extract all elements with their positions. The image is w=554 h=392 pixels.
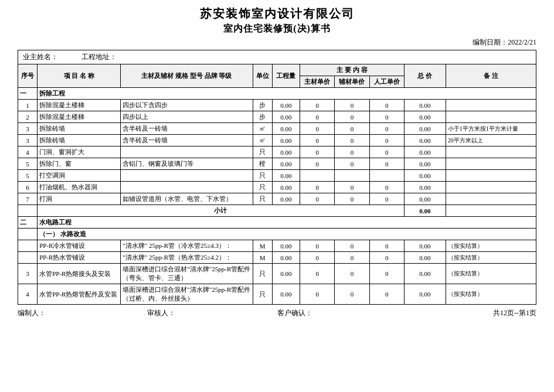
total: 0.00 <box>404 170 446 182</box>
table-row: 1 拆除混凝土楼梯 四步以下含四步 步 0.00 0 0 0 0.00 <box>18 100 536 111</box>
qty: 0.00 <box>272 123 300 135</box>
note: 小于1平方米按1平方米计量 <box>446 123 536 135</box>
qty: 0.00 <box>272 264 300 284</box>
aux-price: 0 <box>335 146 369 158</box>
address-label: 工程地址： <box>81 52 117 62</box>
aux-price: 0 <box>335 240 369 252</box>
labor-price: 0 <box>369 193 404 205</box>
th-main-material: 主材单价 <box>300 76 335 88</box>
material <box>121 146 253 158</box>
note: 20平方米以上 <box>446 135 536 146</box>
note: （按实结算） <box>446 264 536 284</box>
qty: 0.00 <box>272 182 300 193</box>
table-row: PP-R冷水管铺设 "清水牌" 25pp-R管（冷水管25≥4.3）： M 0.… <box>18 240 536 252</box>
item-name: 拆除砖墙 <box>38 135 121 146</box>
seq: 5 <box>18 170 38 182</box>
qty: 0.00 <box>272 240 300 252</box>
owner-label: 业主姓名： <box>23 52 58 62</box>
qty: 0.00 <box>272 135 300 146</box>
th-labor: 人工单价 <box>369 76 404 88</box>
th-item-name: 项 目 名 称 <box>38 64 121 88</box>
section-label-2: 二 <box>18 217 38 229</box>
main-price <box>300 170 335 182</box>
aux-price: 0 <box>335 135 369 146</box>
table-row: 4 水管PP-R热熔管配件及安装 墙面深槽进口综合混材"清水牌"25pp-R管配… <box>18 284 536 305</box>
total: 0.00 <box>404 158 446 170</box>
main-price: 0 <box>300 193 335 205</box>
labor-price: 0 <box>369 158 404 170</box>
table-row: PP-R热水管铺设 "清水牌" 25pp-R管（热水管25≥4.2）： M 0.… <box>18 252 536 264</box>
aux-price <box>335 170 369 182</box>
aux-price: 0 <box>335 193 369 205</box>
item-name: 门洞、窗洞扩大 <box>38 146 121 158</box>
note <box>446 100 536 111</box>
total: 0.00 <box>404 284 446 305</box>
subtotal-label: 小计 <box>38 205 405 217</box>
labor-price: 0 <box>369 100 404 111</box>
main-price: 0 <box>300 284 335 305</box>
material: 含半砖及一砖墙 <box>121 123 253 135</box>
unit: 只 <box>253 146 272 158</box>
item-name: 打空调洞 <box>38 170 121 182</box>
subtotal-empty <box>18 205 38 217</box>
qty: 0.00 <box>272 100 300 111</box>
labor-price: 0 <box>369 135 404 146</box>
seq: 3 <box>18 264 38 284</box>
seq: 3 <box>18 123 38 135</box>
qty: 0.00 <box>272 193 300 205</box>
seq: 2 <box>18 111 38 123</box>
subtotal-row-1: 小计 0.00 <box>18 205 536 217</box>
material <box>121 182 253 193</box>
seq: 7 <box>18 193 38 205</box>
unit: M <box>253 252 272 264</box>
th-total: 总 价 <box>404 64 446 88</box>
aux-price: 0 <box>335 123 369 135</box>
table-row: 6 打油烟机、热水器洞 只 0.00 0 0 0 0.00 <box>18 182 536 193</box>
unit: M <box>253 240 272 252</box>
item-name: 打洞 <box>38 193 121 205</box>
labor-price: 0 <box>369 146 404 158</box>
th-remarks: 备 注 <box>446 64 536 88</box>
aux-price: 0 <box>335 284 369 305</box>
aux-price: 0 <box>335 264 369 284</box>
material: 墙面深槽进口综合混材"清水牌"25pp-R管配件（过桥、内、外丝接头） <box>121 284 253 305</box>
section-name-2: 水电路工程 <box>38 217 536 229</box>
client-info-row: 业主姓名： 工程地址： <box>18 50 536 64</box>
unit: 只 <box>253 193 272 205</box>
aux-price: 0 <box>335 182 369 193</box>
note: （按实结算） <box>446 284 536 305</box>
unit: 只 <box>253 182 272 193</box>
unit: 只 <box>253 170 272 182</box>
note <box>446 170 536 182</box>
note <box>446 193 536 205</box>
note <box>446 146 536 158</box>
unit: 步 <box>253 100 272 111</box>
main-price: 0 <box>300 111 335 123</box>
seq: 1 <box>18 100 38 111</box>
total: 0.00 <box>404 135 446 146</box>
editor-label: 编制人： <box>18 308 147 318</box>
material: 如辅设管道用（水管、电管、下水管） <box>121 193 253 205</box>
seq: 4 <box>18 146 38 158</box>
company-name: 苏安装饰室内设计有限公司 <box>18 6 536 22</box>
labor-price: 0 <box>369 123 404 135</box>
subtotal-note <box>446 205 536 217</box>
item-name: PP-R冷水管铺设 <box>38 240 121 252</box>
qty: 0.00 <box>272 284 300 305</box>
qty: 0.00 <box>272 111 300 123</box>
qty: 0.00 <box>272 158 300 170</box>
total: 0.00 <box>404 111 446 123</box>
item-name: 拆除混凝土楼梯 <box>38 111 121 123</box>
edit-date-label: 编制日期： <box>473 38 508 46</box>
labor-price: 0 <box>369 182 404 193</box>
unit: 步 <box>253 111 272 123</box>
table-row: 3 拆除砖墙 含半砖及一砖墙 ㎡ 0.00 0 0 0 0.00 小于1平方米按… <box>18 123 536 135</box>
total: 0.00 <box>404 182 446 193</box>
aux-price: 0 <box>335 158 369 170</box>
main-price: 0 <box>300 158 335 170</box>
sub-section-header-1: （一） 水路改造 <box>18 229 536 240</box>
th-aux-material: 辅材单价 <box>335 76 369 88</box>
th-unit: 单位 <box>253 64 272 88</box>
total: 0.00 <box>404 193 446 205</box>
qty: 0.00 <box>272 252 300 264</box>
